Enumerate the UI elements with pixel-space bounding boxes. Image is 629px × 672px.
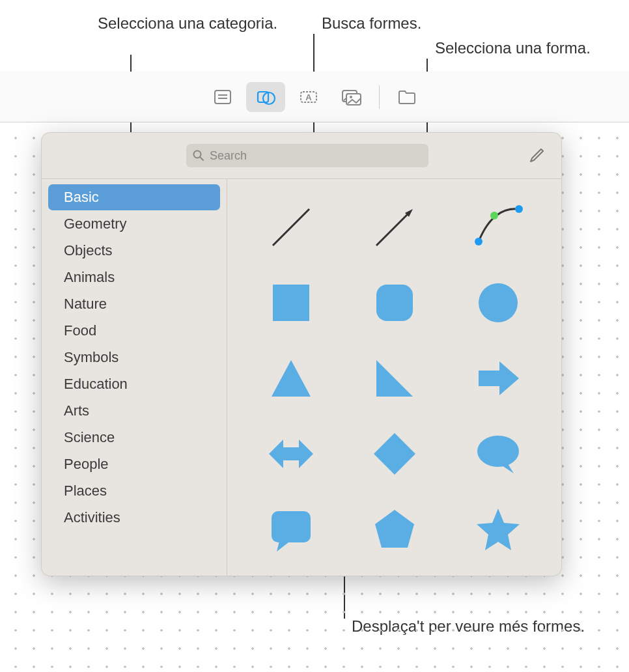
category-item-food[interactable]: Food	[48, 318, 220, 344]
shape-speech-bubble-rect[interactable]	[245, 493, 336, 566]
popover-header	[42, 133, 561, 178]
category-item-science[interactable]: Science	[48, 425, 220, 451]
media-icon	[341, 87, 363, 107]
svg-point-17	[490, 212, 498, 219]
category-item-nature[interactable]: Nature	[48, 291, 220, 317]
shape-line[interactable]	[245, 191, 336, 264]
category-item-objects[interactable]: Objects	[48, 238, 220, 264]
shape-right-triangle[interactable]	[349, 342, 440, 415]
callout-select-category: Selecciona una categoria.	[98, 13, 277, 33]
svg-rect-19	[376, 285, 413, 321]
svg-rect-0	[215, 91, 231, 104]
toolbar-textbox-button[interactable]: A	[289, 82, 328, 112]
category-item-places[interactable]: Places	[48, 478, 220, 504]
svg-line-12	[200, 157, 203, 160]
shape-star[interactable]	[453, 493, 543, 566]
svg-point-21	[477, 436, 519, 467]
category-item-symbols[interactable]: Symbols	[48, 344, 220, 371]
toolbar-media-button[interactable]	[332, 82, 371, 112]
shape-square[interactable]	[245, 266, 336, 339]
search-input[interactable]	[210, 149, 422, 163]
callout-search-shapes: Busca formes.	[322, 13, 421, 33]
shape-arrow-bidirectional[interactable]	[245, 417, 336, 490]
svg-text:A: A	[305, 92, 312, 102]
category-item-people[interactable]: People	[48, 451, 220, 477]
toolbar-textstyle-button[interactable]	[203, 82, 242, 112]
pen-icon	[528, 147, 545, 164]
popover-arrow	[300, 132, 318, 134]
shapes-popover: Basic Geometry Objects Animals Nature Fo…	[41, 132, 562, 576]
shapes-icon	[255, 87, 276, 107]
category-item-education[interactable]: Education	[48, 371, 220, 397]
textbox-icon: A	[298, 87, 319, 107]
text-lines-icon	[213, 87, 232, 107]
category-item-activities[interactable]: Activities	[48, 505, 220, 531]
toolbar-folder-button[interactable]	[387, 82, 426, 112]
svg-rect-18	[273, 285, 309, 321]
toolbar-separator	[379, 85, 380, 109]
shape-rounded-square[interactable]	[349, 266, 440, 339]
svg-point-15	[475, 238, 482, 245]
shape-circle[interactable]	[453, 266, 543, 339]
toolbar-shapes-button[interactable]	[246, 82, 285, 112]
folder-icon	[397, 87, 417, 107]
category-list[interactable]: Basic Geometry Objects Animals Nature Fo…	[42, 179, 227, 576]
category-item-basic[interactable]: Basic	[48, 184, 220, 210]
callout-select-shape: Selecciona una forma.	[435, 38, 591, 58]
shape-curve[interactable]	[453, 191, 543, 264]
search-box[interactable]	[186, 144, 428, 167]
category-item-arts[interactable]: Arts	[48, 398, 220, 424]
toolbar: A	[0, 72, 629, 122]
svg-line-14	[376, 213, 409, 245]
svg-point-10	[350, 96, 352, 98]
svg-rect-22	[272, 511, 311, 542]
svg-point-20	[479, 283, 518, 322]
shape-pentagon[interactable]	[349, 493, 440, 566]
category-item-geometry[interactable]: Geometry	[48, 211, 220, 237]
draw-pen-button[interactable]	[525, 144, 548, 167]
shape-speech-bubble-oval[interactable]	[453, 417, 543, 490]
shapes-grid[interactable]	[227, 179, 561, 576]
category-item-animals[interactable]: Animals	[48, 264, 220, 290]
shape-triangle[interactable]	[245, 342, 336, 415]
shape-arrow-line[interactable]	[349, 191, 440, 264]
svg-line-13	[273, 209, 309, 245]
svg-point-16	[515, 205, 523, 213]
shape-arrow-right[interactable]	[453, 342, 543, 415]
popover-body: Basic Geometry Objects Animals Nature Fo…	[42, 178, 561, 576]
search-icon	[193, 150, 204, 161]
shape-diamond[interactable]	[349, 417, 440, 490]
